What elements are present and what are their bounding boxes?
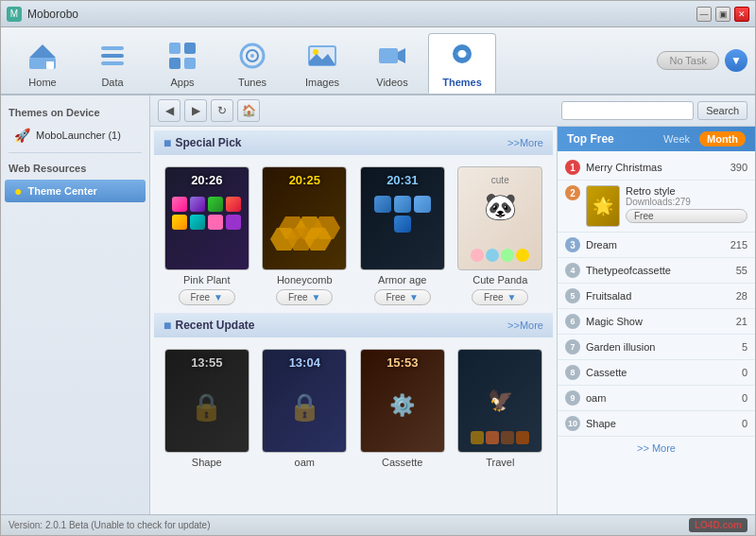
theme-card-honeycomb[interactable]: 20:25 (260, 166, 351, 305)
theme-preview-oam: 13:04 🔒 (262, 349, 347, 453)
apps-icon (165, 39, 199, 73)
themes-tab-label: Themes (442, 77, 482, 88)
topfree-item-2[interactable]: 2 🌟 Retro style Downloads:279 Free (558, 181, 755, 233)
rank-7: 7 (565, 339, 580, 354)
theme-card-oam[interactable]: 13:04 🔒 oam (260, 349, 351, 468)
rank-6: 6 (565, 314, 580, 329)
close-button[interactable]: ✕ (734, 7, 749, 22)
topfree-item-8[interactable]: 8 Cassette 0 (558, 360, 755, 386)
back-button[interactable]: ◀ (158, 99, 180, 122)
tab-images[interactable]: Images (288, 33, 356, 94)
theme-card-shape[interactable]: 13:55 🔒 Shape (162, 349, 252, 468)
theme-btn-cute-panda[interactable]: Free ▼ (472, 289, 528, 305)
theme-card-travel[interactable]: 🦅 Travel (455, 349, 546, 468)
svg-rect-9 (184, 58, 196, 69)
content-scroll: ■ Special Pick >>More 20:26 (150, 127, 755, 514)
theme-center-label: Theme Center (27, 185, 96, 197)
rank-8: 8 (565, 365, 580, 380)
notask-button[interactable]: No Task (657, 51, 719, 70)
topfree-header: Top Free Week Month (558, 127, 755, 151)
topfree-more[interactable]: >> More (558, 437, 755, 459)
theme-preview-honeycomb: 20:25 (262, 166, 347, 270)
tab-themes[interactable]: Themes (428, 33, 496, 94)
theme-name-cassette: Cassette (382, 457, 422, 468)
topfree-info-4: Thetypeofcassette (586, 265, 730, 276)
download-button[interactable]: ▼ (725, 49, 747, 72)
theme-name-travel: Travel (486, 457, 514, 468)
theme-card-pink-plant[interactable]: 20:26 (162, 166, 252, 305)
topfree-tab-week[interactable]: Week (656, 131, 697, 147)
rank-9: 9 (565, 390, 580, 406)
home-icon (26, 39, 60, 73)
topfree-free-btn-2[interactable]: Free (626, 209, 747, 223)
tab-home[interactable]: Home (9, 33, 77, 94)
minimize-button[interactable]: — (696, 7, 712, 22)
search-button[interactable]: Search (697, 101, 747, 120)
restore-button[interactable]: ▣ (715, 7, 730, 22)
svg-rect-7 (184, 43, 196, 54)
search-input[interactable] (561, 101, 694, 120)
topfree-list: 1 Merry Christmas 390 2 🌟 Retro style (558, 151, 755, 463)
rank-4: 4 (565, 263, 580, 278)
theme-btn-armor-age[interactable]: Free ▼ (374, 289, 431, 305)
statusbar: Version: 2.0.1 Beta (Unable to check for… (1, 514, 755, 535)
home-nav-button[interactable]: 🏠 (237, 99, 260, 122)
svg-rect-8 (169, 58, 180, 69)
special-pick-more[interactable]: >>More (507, 137, 543, 148)
theme-name-pink-plant: Pink Plant (183, 274, 231, 285)
sidebar-item-mobolauncher[interactable]: 🚀 MoboLauncher (1) (5, 124, 146, 147)
titlebar: M Moborobo — ▣ ✕ (1, 1, 755, 27)
topfree-item-4[interactable]: 4 Thetypeofcassette 55 (558, 258, 755, 284)
special-pick-grid: 20:26 (154, 159, 553, 313)
videos-tab-label: Videos (376, 77, 407, 88)
theme-card-armor-age[interactable]: 20:31 Armor age (357, 166, 448, 305)
videos-icon (375, 39, 409, 73)
theme-name-honeycomb: Honeycomb (277, 274, 333, 285)
rank-2: 2 (565, 185, 580, 200)
tab-tunes[interactable]: Tunes (218, 33, 286, 94)
forward-button[interactable]: ▶ (184, 99, 207, 122)
rank-1: 1 (565, 160, 580, 175)
theme-preview-cassette: 15:53 ⚙️ (360, 349, 445, 453)
theme-name-armor-age: Armor age (378, 274, 426, 285)
sidebar-item-theme-center[interactable]: ● Theme Center (5, 180, 146, 202)
topfree-thumb-2: 🌟 (586, 185, 620, 227)
nav-right: No Task ▼ (498, 33, 747, 94)
tab-apps[interactable]: Apps (148, 33, 216, 94)
theme-card-cute-panda[interactable]: cute 🐼 Cute P (455, 166, 546, 305)
toolbar: ◀ ▶ ↻ 🏠 Search (150, 95, 755, 127)
topfree-info-2: Retro style Downloads:279 Free (626, 185, 747, 223)
recent-update-header: ■ Recent Update >>More (154, 313, 553, 337)
topfree-item-9[interactable]: 9 oam 0 (558, 386, 755, 411)
topfree-item-7[interactable]: 7 Garden illusion 5 (558, 335, 755, 360)
svg-rect-6 (169, 43, 180, 54)
topfree-info-3: Dream (586, 239, 725, 251)
svg-point-12 (250, 54, 254, 58)
topfree-info-6: Magic Show (586, 316, 730, 327)
theme-card-cassette[interactable]: 15:53 ⚙️ Cassette (357, 349, 448, 468)
topfree-item-5[interactable]: 5 Fruitsalad 28 (558, 284, 755, 309)
tab-data[interactable]: Data (78, 33, 146, 94)
recent-update-grid: 13:55 🔒 Shape 13:04 🔒 (154, 341, 553, 475)
special-pick-title: ■ Special Pick (163, 135, 242, 150)
topfree-item-3[interactable]: 3 Dream 215 (558, 233, 755, 258)
refresh-button[interactable]: ↻ (211, 99, 233, 122)
lo4d-badge: LO4D.com (689, 518, 747, 532)
home-tab-label: Home (28, 77, 56, 88)
theme-btn-pink-plant[interactable]: Free ▼ (179, 289, 235, 305)
sidebar-section-web: Web Resources (1, 159, 149, 178)
recent-update-more[interactable]: >>More (507, 320, 543, 331)
topfree-info-7: Garden illusion (586, 341, 736, 353)
topfree-item-1[interactable]: 1 Merry Christmas 390 (558, 155, 755, 181)
rank-10: 10 (565, 416, 580, 431)
theme-btn-honeycomb[interactable]: Free ▼ (276, 289, 333, 305)
topfree-item-6[interactable]: 6 Magic Show 21 (558, 309, 755, 335)
topfree-item-10[interactable]: 10 Shape 0 (558, 411, 755, 437)
topfree-tab-month[interactable]: Month (699, 131, 746, 147)
tab-videos[interactable]: Videos (358, 33, 426, 94)
topfree-info-8: Cassette (586, 367, 736, 378)
data-icon (95, 39, 129, 73)
rank-5: 5 (565, 288, 580, 303)
search-box: Search (561, 101, 747, 120)
theme-preview-travel: 🦅 (457, 349, 542, 453)
